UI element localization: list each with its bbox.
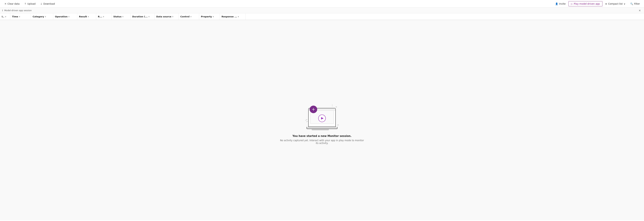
col-header-category[interactable]: Category ∨ bbox=[31, 14, 53, 20]
plus-circle-icon: + bbox=[310, 106, 317, 113]
close-icon: ✕ bbox=[4, 3, 6, 5]
col-header-response[interactable]: Response ... ∨ bbox=[220, 14, 246, 20]
play-label: Play model-driven app bbox=[574, 3, 600, 5]
play-icon: ▷ bbox=[571, 3, 573, 5]
col-property-label: Property bbox=[201, 15, 212, 18]
list-icon: ≡ bbox=[605, 3, 607, 5]
col-id-label: I.. bbox=[2, 15, 4, 18]
laptop-base bbox=[306, 127, 338, 129]
col-header-datasource[interactable]: Data source ∨ bbox=[154, 14, 178, 20]
col-operation-label: Operation bbox=[55, 15, 68, 18]
download-button[interactable]: ↓ Download bbox=[38, 1, 57, 6]
col-time-label: Time bbox=[12, 15, 18, 18]
chevron-down-icon: ∨ bbox=[148, 16, 150, 18]
compact-list-button[interactable]: ≡ Compact list ∨ bbox=[603, 1, 628, 6]
play-button-icon bbox=[318, 115, 326, 122]
invite-label: Invite bbox=[559, 3, 566, 5]
download-icon: ↓ bbox=[40, 3, 42, 5]
chevron-down-icon: ∨ bbox=[68, 16, 70, 18]
upload-button[interactable]: ↑ Upload bbox=[22, 1, 38, 6]
session-bar: ℹ Model-driven app session × bbox=[0, 8, 644, 14]
col-response-label: Response ... bbox=[222, 15, 237, 18]
chevron-down-icon: ∨ bbox=[190, 16, 192, 18]
clear-data-button[interactable]: ✕ Clear data bbox=[2, 1, 22, 6]
compact-list-label: Compact list bbox=[608, 3, 623, 5]
toolbar-right-actions: 👤 Invite ▷ Play model-driven app ≡ Compa… bbox=[553, 1, 642, 6]
session-close-button[interactable]: × bbox=[638, 9, 642, 12]
toolbar-left-actions: ✕ Clear data ↑ Upload ↓ Download bbox=[2, 1, 553, 6]
empty-state-subtitle: No activity captured yet. Interact with … bbox=[279, 139, 365, 144]
chevron-down-icon: ∨ bbox=[88, 16, 89, 18]
col-header-property[interactable]: Property ∨ bbox=[199, 14, 220, 20]
col-header-id[interactable]: I.. ∨ bbox=[0, 14, 10, 20]
col-category-label: Category bbox=[33, 15, 44, 18]
upload-label: Upload bbox=[27, 3, 36, 5]
chevron-down-icon: ∨ bbox=[238, 16, 239, 18]
session-label: Model-driven app session bbox=[4, 9, 32, 12]
chevron-down-icon: ∨ bbox=[45, 16, 46, 18]
empty-state-illustration: + + + bbox=[305, 103, 339, 130]
col-header-operation[interactable]: Operation ∨ bbox=[53, 14, 77, 20]
info-icon: ℹ bbox=[2, 9, 3, 12]
invite-button[interactable]: 👤 Invite bbox=[553, 1, 568, 6]
empty-state-container: + + + You have started a new Moni bbox=[0, 20, 644, 220]
chevron-down-icon: ∨ bbox=[624, 3, 626, 5]
play-triangle-icon bbox=[321, 117, 324, 120]
col-header-duration[interactable]: Duration (... ∨ bbox=[130, 14, 154, 20]
chevron-down-icon: ∨ bbox=[172, 16, 174, 18]
empty-state-title: You have started a new Monitor session. bbox=[292, 134, 352, 138]
toolbar: ✕ Clear data ↑ Upload ↓ Download 👤 Invit… bbox=[0, 0, 644, 8]
col-duration-label: Duration (... bbox=[132, 15, 148, 18]
deco-dash-2 bbox=[306, 121, 308, 122]
filter-button[interactable]: 🔍 Filter bbox=[628, 1, 642, 6]
chevron-down-icon: ∨ bbox=[212, 16, 214, 18]
col-header-r[interactable]: R... ∨ bbox=[96, 14, 112, 20]
download-label: Download bbox=[44, 3, 55, 5]
person-icon: 👤 bbox=[555, 3, 558, 5]
search-icon: 🔍 bbox=[630, 3, 633, 5]
column-headers: I.. ∨ Time ∨ Category ∨ Operation ∨ Resu… bbox=[0, 14, 644, 20]
col-header-result[interactable]: Result ∨ bbox=[77, 14, 96, 20]
col-header-status[interactable]: Status ∨ bbox=[112, 14, 130, 20]
deco-dash-1 bbox=[305, 119, 308, 121]
col-result-label: Result bbox=[79, 15, 87, 18]
chevron-down-icon: ∨ bbox=[5, 16, 6, 18]
col-control-label: Control bbox=[180, 15, 190, 18]
laptop-foot bbox=[312, 129, 329, 130]
plus-icon: + bbox=[312, 107, 315, 111]
play-model-driven-app-button[interactable]: ▷ Play model-driven app bbox=[568, 1, 602, 6]
clear-data-label: Clear data bbox=[8, 3, 20, 5]
chevron-down-icon: ∨ bbox=[103, 16, 104, 18]
col-header-time[interactable]: Time ∨ bbox=[10, 14, 31, 20]
deco-plus-icon-2: + bbox=[337, 123, 339, 127]
col-header-control[interactable]: Control ∨ bbox=[178, 14, 199, 20]
col-r-label: R... bbox=[98, 15, 102, 18]
deco-plus-icon-1: + bbox=[335, 105, 338, 109]
chevron-down-icon: ∨ bbox=[122, 16, 124, 18]
upload-icon: ↑ bbox=[24, 3, 26, 5]
col-status-label: Status bbox=[113, 15, 122, 18]
col-datasource-label: Data source bbox=[156, 15, 172, 18]
filter-label: Filter bbox=[634, 3, 640, 5]
chevron-down-icon: ∨ bbox=[19, 16, 20, 18]
